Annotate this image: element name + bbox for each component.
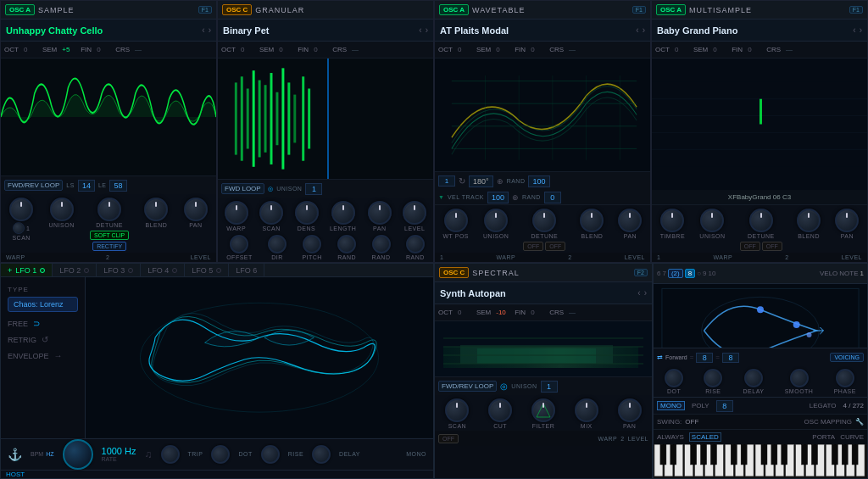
osc-c-params: OCT 0 SEM 0 FIN 0 CRS — (218, 42, 433, 58)
lfo-content: TYPE Chaos: Lorenz FREE ⊃ RETRIG ↺ ENVEL… (1, 277, 433, 437)
lfo-tab-2[interactable]: LFO 2 (53, 264, 97, 276)
le-val[interactable]: 58 (109, 180, 126, 192)
pan-knob-2[interactable] (368, 201, 392, 225)
vel-val[interactable]: 100 (487, 192, 509, 203)
filter-knob[interactable] (531, 398, 555, 422)
rectify-btn[interactable]: RECTIFY (92, 242, 126, 251)
rand-knob-3[interactable] (406, 235, 425, 253)
rate-knob[interactable] (63, 439, 93, 470)
osc-a3-type: MULTISAMPLE (689, 6, 752, 14)
nav-prev-4[interactable]: ‹ (853, 25, 855, 35)
length-knob[interactable] (331, 201, 355, 225)
svg-rect-9 (275, 92, 278, 145)
mono-btn[interactable]: MONO (657, 401, 685, 410)
lfo-dot-3 (128, 268, 133, 273)
sample-name: XFBabyGrand 06 C3 (728, 193, 791, 201)
sem-c: 0 (279, 46, 292, 53)
nav-prev-1[interactable]: ‹ (202, 25, 204, 35)
svg-rect-84 (842, 444, 848, 465)
ls-val[interactable]: 14 (78, 180, 95, 192)
nav-prev-5[interactable]: ‹ (637, 288, 640, 298)
knob-row-2: WARP SCAN DENS LENGTH PAN LEVEL (218, 198, 433, 233)
trip-knob[interactable] (161, 445, 180, 464)
unison-knob-1[interactable] (50, 198, 74, 221)
nav-next-4[interactable]: › (860, 25, 862, 35)
cut-knob[interactable] (488, 398, 512, 422)
pitch-knob[interactable] (303, 235, 321, 253)
pan-knob-3[interactable] (618, 209, 642, 232)
loop-mode-1[interactable]: FWD/REV LOOP (4, 180, 63, 191)
delay-knob-chord[interactable] (744, 369, 763, 387)
dot-knob-chord[interactable] (665, 369, 683, 387)
rand-knob-1[interactable] (337, 235, 356, 253)
blend-knob-1[interactable] (144, 198, 168, 221)
detune-knob-3[interactable] (532, 209, 556, 232)
dot-knob[interactable] (211, 445, 230, 464)
blend-knob-4[interactable] (797, 209, 821, 232)
unison-knob-4[interactable] (700, 209, 724, 232)
phase-knob[interactable] (836, 369, 854, 387)
scan-knob-5[interactable] (445, 398, 469, 422)
loop-mode-2[interactable]: FWD LOOP (221, 183, 264, 194)
timbre-knob[interactable] (660, 209, 684, 232)
lfo-tab-6[interactable]: LFO 6 (229, 264, 264, 276)
lfo-tab-3[interactable]: LFO 3 (97, 264, 141, 276)
lfo-section: + LFO 1 LFO 2 LFO 3 LFO 4 LFO 5 (0, 263, 434, 479)
osc-a2-params: OCT 0 SEM 0 FIN 0 CRS — (435, 42, 650, 58)
svg-rect-82 (812, 444, 818, 465)
osc-a3-name: Baby Grand Piano (657, 25, 849, 36)
nav-prev-3[interactable]: ‹ (636, 25, 638, 35)
offset-knob[interactable] (230, 235, 248, 253)
dens-knob[interactable] (295, 201, 319, 225)
svg-rect-85 (852, 444, 858, 465)
blend-knob-3[interactable] (580, 209, 604, 232)
soft-clip-btn[interactable]: SOFT CLIP (90, 231, 129, 240)
nav-next-2[interactable]: › (426, 25, 428, 35)
scan-knob-2[interactable] (259, 201, 283, 225)
osc-a2-name: AT Plaits Modal (440, 25, 632, 36)
detune-knob-4[interactable] (749, 209, 773, 232)
mix-knob[interactable] (575, 398, 598, 422)
nav-next-5[interactable]: › (644, 288, 647, 298)
dir-knob[interactable] (268, 235, 287, 253)
lfo-dot-4 (172, 268, 177, 273)
osc-c2-params: OCT 0 SEM -10 FIN 0 CRS — (435, 304, 652, 321)
anchor-icon[interactable]: ⚓ (8, 448, 22, 461)
lfo-type-btn[interactable]: Chaos: Lorenz (8, 297, 78, 312)
lfo-tab-5[interactable]: LFO 5 (185, 264, 229, 276)
nav-next-1[interactable]: › (209, 25, 211, 35)
rise-knob[interactable] (261, 445, 280, 464)
nav-prev-2[interactable]: ‹ (419, 25, 421, 35)
lfo-dot-5 (216, 268, 221, 273)
warp-knob-2[interactable] (225, 201, 248, 225)
wtpos-knob[interactable] (444, 209, 468, 232)
osc-c-name-bar: Binary Pet ‹ › (218, 19, 433, 42)
osc-a3-f1: F1 (849, 6, 863, 14)
lfo-bottom-controls: ⚓ BPM HZ 1000 Hz RATE ♫ TRIP DOT (1, 438, 433, 470)
svg-rect-7 (264, 85, 267, 153)
unison-val-2[interactable]: 1 (305, 183, 322, 195)
rand-knob-2[interactable] (372, 235, 391, 253)
smooth-knob[interactable] (790, 369, 809, 387)
svg-rect-78 (761, 444, 767, 465)
lfo-tab-1[interactable]: + LFO 1 (1, 264, 53, 276)
level-knob-2[interactable] (403, 201, 426, 225)
scan-sub-knob[interactable] (13, 222, 25, 234)
oct-a2: 0 (458, 46, 471, 53)
lfo-dot-2 (84, 268, 89, 273)
pan-knob-5[interactable] (618, 398, 642, 422)
pan-knob-1[interactable] (184, 198, 208, 221)
rand-val-3[interactable]: 100 (528, 175, 549, 187)
scan-knob[interactable] (9, 198, 33, 221)
osc-a2-type: WAVETABLE (472, 6, 525, 14)
rise-knob-chord[interactable] (704, 369, 722, 387)
detune-knob-1[interactable] (97, 198, 121, 221)
unison-knob-3[interactable] (484, 209, 508, 232)
pan-knob-4[interactable] (835, 209, 859, 232)
nav-next-3[interactable]: › (643, 25, 645, 35)
delay-knob[interactable] (312, 445, 331, 464)
phase-val[interactable]: 180° (469, 175, 493, 187)
lfo-tab-4[interactable]: LFO 4 (141, 264, 185, 276)
swing-val: OFF (685, 418, 698, 426)
osc-a-f1: F1 (198, 6, 212, 14)
